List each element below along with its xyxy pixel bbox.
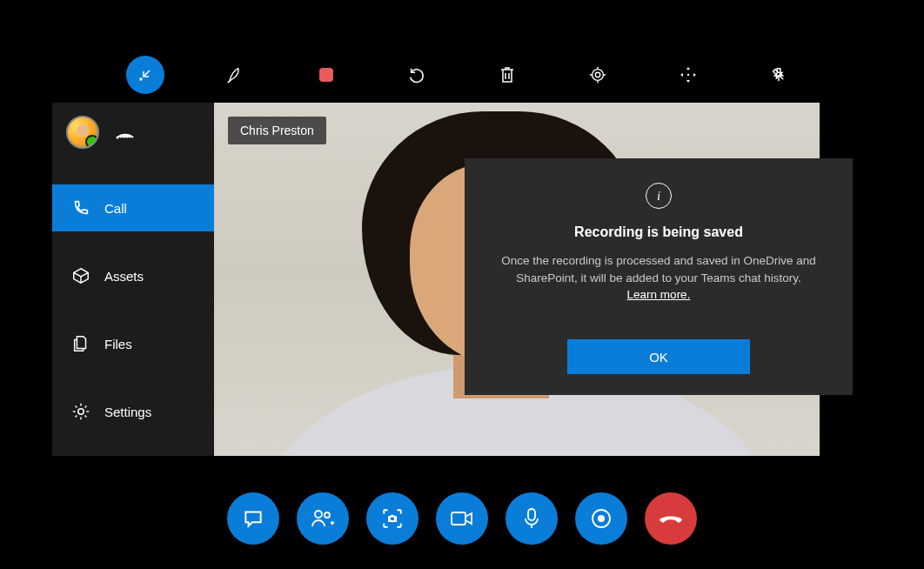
undo-button[interactable] xyxy=(398,56,436,94)
move-button[interactable] xyxy=(669,56,707,94)
sidebar-item-assets[interactable]: Assets xyxy=(52,252,214,299)
top-toolbar xyxy=(0,49,924,101)
sidebar-item-files[interactable]: Files xyxy=(52,320,214,367)
move-arrows-icon xyxy=(680,66,697,84)
dialog-title: Recording is being saved xyxy=(574,224,743,240)
mic-icon xyxy=(523,507,540,530)
svg-rect-1 xyxy=(319,68,333,82)
hang-up-button[interactable] xyxy=(645,492,697,545)
avatar[interactable] xyxy=(66,116,99,149)
call-controls xyxy=(0,492,924,545)
svg-point-7 xyxy=(315,511,322,518)
chat-icon xyxy=(242,507,264,530)
signal-icon xyxy=(115,124,134,140)
sidebar-label: Call xyxy=(104,201,127,216)
svg-point-3 xyxy=(595,72,600,77)
sidebar-label: Assets xyxy=(104,269,144,284)
undo-icon xyxy=(407,65,426,84)
svg-point-5 xyxy=(117,137,119,139)
add-people-button[interactable] xyxy=(297,492,349,545)
dialog-body-text: Once the recording is processed and save… xyxy=(501,254,816,284)
collapse-icon xyxy=(137,66,154,84)
target-icon xyxy=(588,65,607,84)
ok-button-label: OK xyxy=(649,350,668,365)
capture-button[interactable] xyxy=(366,492,418,545)
recording-saved-dialog: i Recording is being saved Once the reco… xyxy=(465,158,853,395)
sidebar-label: Files xyxy=(104,337,132,351)
pen-button[interactable] xyxy=(217,56,255,94)
hang-up-icon xyxy=(658,512,684,525)
participant-name-tag: Chris Preston xyxy=(228,117,326,144)
chat-button[interactable] xyxy=(227,492,279,545)
svg-point-4 xyxy=(687,74,689,76)
add-people-icon xyxy=(311,507,335,530)
pin-icon xyxy=(769,65,788,84)
record-button[interactable] xyxy=(575,492,627,545)
sidebar: Call Assets Files xyxy=(52,103,214,456)
video-button[interactable] xyxy=(436,492,488,545)
participant-name: Chris Preston xyxy=(240,124,314,137)
dialog-body: Once the recording is processed and save… xyxy=(494,252,823,304)
video-icon xyxy=(450,510,474,527)
capture-icon xyxy=(381,507,404,530)
info-icon: i xyxy=(646,183,672,209)
record-icon xyxy=(590,507,613,530)
svg-rect-11 xyxy=(528,509,535,520)
svg-point-6 xyxy=(78,409,84,414)
profile-row xyxy=(52,103,214,162)
svg-rect-10 xyxy=(452,512,465,525)
svg-point-8 xyxy=(325,512,330,518)
mic-button[interactable] xyxy=(506,492,558,545)
sidebar-item-call[interactable]: Call xyxy=(52,184,214,231)
phone-icon xyxy=(71,198,90,218)
learn-more-link[interactable]: Learn more. xyxy=(627,288,691,301)
pin-button[interactable] xyxy=(760,56,798,94)
svg-point-2 xyxy=(593,70,604,81)
trash-button[interactable] xyxy=(488,56,526,94)
target-button[interactable] xyxy=(579,56,617,94)
collapse-button[interactable] xyxy=(126,56,164,94)
sidebar-label: Settings xyxy=(104,405,151,419)
trash-icon xyxy=(499,65,516,84)
sidebar-item-settings[interactable]: Settings xyxy=(52,388,214,435)
files-icon xyxy=(71,334,90,353)
gear-icon xyxy=(71,402,90,421)
package-icon xyxy=(71,266,90,285)
ok-button[interactable]: OK xyxy=(567,339,750,374)
svg-point-0 xyxy=(139,77,143,81)
pen-icon xyxy=(226,65,245,84)
record-stop-icon xyxy=(318,66,335,84)
record-stop-button[interactable] xyxy=(307,56,345,94)
svg-point-13 xyxy=(598,515,605,522)
